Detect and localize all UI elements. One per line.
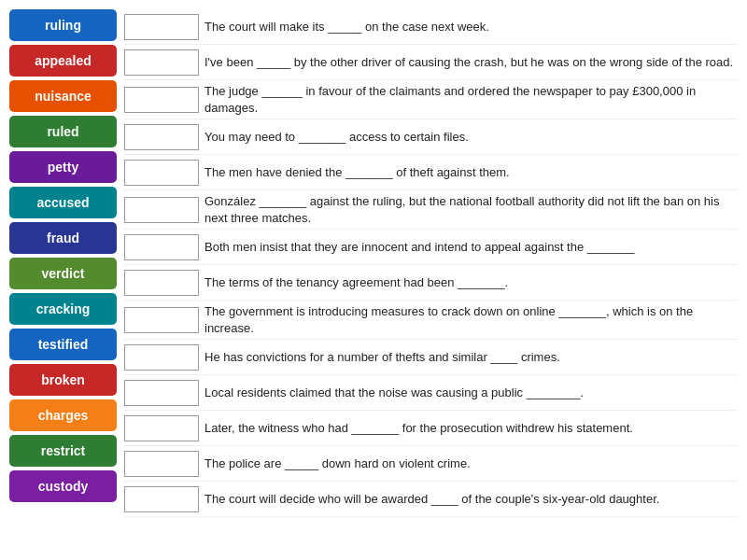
word-btn-broken[interactable]: broken	[9, 364, 117, 396]
word-btn-fraud[interactable]: fraud	[9, 222, 117, 254]
answer-input-s1[interactable]	[124, 14, 199, 40]
sentences-area: The court will make its _____ on the cas…	[124, 9, 738, 551]
sentence-text-s10: He has convictions for a number of theft…	[204, 349, 738, 366]
main-container: rulingappealednuisanceruledpettyaccusedf…	[0, 0, 747, 560]
sentence-text-s6: González _______ against the ruling, but…	[204, 193, 738, 226]
answer-input-s12[interactable]	[124, 415, 199, 441]
answer-input-s5[interactable]	[124, 160, 199, 186]
sentence-row-s4: You may need to _______ access to certai…	[124, 119, 738, 155]
word-btn-testified[interactable]: testified	[9, 329, 117, 360]
sentence-text-s14: The court will decide who will be awarde…	[204, 491, 738, 508]
sentence-row-s14: The court will decide who will be awarde…	[124, 482, 738, 517]
sentence-text-s13: The police are _____ down hard on violen…	[204, 455, 738, 472]
answer-input-s4[interactable]	[124, 124, 199, 150]
answer-input-s11[interactable]	[124, 380, 199, 406]
word-btn-nuisance[interactable]: nuisance	[9, 80, 117, 112]
sentence-text-s3: The judge ______ in favour of the claima…	[204, 83, 738, 116]
sentence-text-s2: I've been _____ by the other driver of c…	[204, 54, 738, 71]
sentence-row-s3: The judge ______ in favour of the claima…	[124, 80, 738, 119]
sentence-row-s5: The men have denied the _______ of theft…	[124, 155, 738, 190]
word-btn-ruled[interactable]: ruled	[9, 116, 117, 147]
word-list: rulingappealednuisanceruledpettyaccusedf…	[9, 9, 117, 551]
sentence-row-s2: I've been _____ by the other driver of c…	[124, 45, 738, 80]
sentence-text-s11: Local residents claimed that the noise w…	[204, 385, 738, 401]
answer-input-s7[interactable]	[124, 234, 199, 260]
word-btn-accused[interactable]: accused	[9, 187, 117, 218]
answer-input-s8[interactable]	[124, 270, 199, 296]
word-btn-restrict[interactable]: restrict	[9, 435, 117, 467]
word-btn-custody[interactable]: custody	[9, 470, 117, 502]
answer-input-s6[interactable]	[124, 197, 199, 223]
answer-input-s3[interactable]	[124, 87, 199, 113]
sentence-row-s8: The terms of the tenancy agreement had b…	[124, 265, 738, 301]
word-btn-cracking[interactable]: cracking	[9, 293, 117, 325]
sentence-row-s11: Local residents claimed that the noise w…	[124, 375, 738, 411]
answer-input-s9[interactable]	[124, 307, 199, 333]
word-btn-petty[interactable]: petty	[9, 151, 117, 183]
answer-input-s13[interactable]	[124, 451, 199, 477]
sentence-text-s9: The government is introducing measures t…	[204, 303, 738, 336]
sentence-text-s1: The court will make its _____ on the cas…	[204, 19, 738, 35]
sentence-row-s1: The court will make its _____ on the cas…	[124, 9, 738, 45]
answer-input-s10[interactable]	[124, 344, 199, 371]
sentence-row-s13: The police are _____ down hard on violen…	[124, 446, 738, 482]
sentence-row-s7: Both men insist that they are innocent a…	[124, 230, 738, 265]
sentence-row-s9: The government is introducing measures t…	[124, 301, 738, 340]
word-btn-verdict[interactable]: verdict	[9, 258, 117, 289]
sentence-row-s10: He has convictions for a number of theft…	[124, 340, 738, 375]
sentence-text-s12: Later, the witness who had _______ for t…	[204, 420, 738, 437]
sentence-text-s7: Both men insist that they are innocent a…	[204, 239, 738, 256]
sentence-text-s5: The men have denied the _______ of theft…	[204, 164, 738, 181]
word-btn-ruling[interactable]: ruling	[9, 9, 117, 41]
sentence-row-s6: González _______ against the ruling, but…	[124, 190, 738, 230]
answer-input-s14[interactable]	[124, 486, 199, 512]
word-btn-charges[interactable]: charges	[9, 399, 117, 431]
answer-input-s2[interactable]	[124, 49, 199, 76]
sentence-row-s12: Later, the witness who had _______ for t…	[124, 411, 738, 446]
sentence-text-s8: The terms of the tenancy agreement had b…	[204, 274, 738, 291]
sentence-text-s4: You may need to _______ access to certai…	[204, 129, 738, 146]
word-btn-appealed[interactable]: appealed	[9, 45, 117, 77]
